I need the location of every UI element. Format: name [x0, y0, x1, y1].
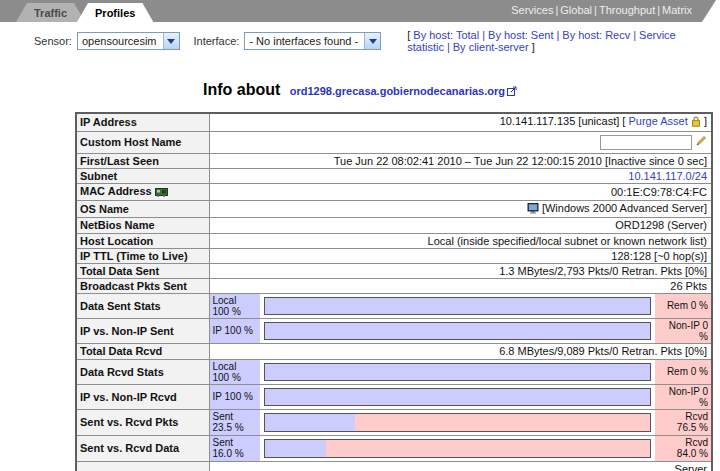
host-location-label: Host Location	[76, 233, 209, 248]
row-ip-address: IP Address 10.141.117.135 [unicast] [ Pu…	[76, 113, 712, 131]
tab-profiles-label: Profiles	[95, 7, 135, 19]
bar-track	[264, 413, 652, 432]
sent-vs-rcvd-pkts-bar: Sent 23.5 % Rcvd 76.5 %	[209, 409, 712, 435]
row-broadcast-pkts-sent: Broadcast Pkts Sent 26 Pkts	[76, 278, 712, 293]
bar-fill-ip	[265, 323, 651, 339]
row-first-last-seen: First/Last Seen Tue Jun 22 08:02:41 2010…	[76, 153, 712, 168]
row-sent-vs-rcvd-data: Sent vs. Rcvd Data Sent 16.0 % Rcvd 84.0…	[76, 435, 712, 461]
row-ip-vs-nonip-sent: IP vs. Non-IP Sent IP 100 % Non-IP 0 %	[76, 318, 712, 343]
top-nav-links: Services|Global|Throughput|Matrix	[509, 4, 694, 16]
bar-fill-ip	[265, 389, 651, 405]
nav-link-global[interactable]: Global	[560, 4, 592, 16]
ip-vs-nonip-sent-bar: IP 100 % Non-IP 0 %	[209, 318, 712, 343]
pencil-icon[interactable]	[695, 135, 707, 149]
subnet-value: 10.141.117.0/24	[209, 168, 712, 183]
link-by-host-recv[interactable]: By host: Recv	[562, 29, 630, 41]
nav-link-throughput[interactable]: Throughput	[599, 4, 655, 16]
ip-ttl-value: 128:128 [~0 hop(s)]	[209, 248, 712, 263]
ip-vs-nonip-rcvd-label: IP vs. Non-IP Rcvd	[76, 384, 209, 409]
subnet-link[interactable]: 10.141.117.0/24	[628, 170, 707, 182]
row-total-data-rcvd: Total Data Rcvd 6.8 MBytes/9,089 Pkts/0 …	[76, 343, 712, 359]
nav-link-matrix[interactable]: Matrix	[662, 4, 692, 16]
os-name-value: [Windows 2000 Advanced Server]	[209, 200, 712, 217]
interface-select[interactable]: - No interfaces found -	[244, 32, 381, 50]
row-subnet: Subnet 10.141.117.0/24	[76, 168, 712, 183]
bar-fill-rcvd	[355, 414, 650, 431]
mac-address-label-text: MAC Address	[80, 185, 152, 197]
bar-track	[264, 439, 652, 458]
bar-track	[264, 322, 652, 340]
bracket-open: [	[622, 115, 625, 127]
external-link-icon[interactable]	[507, 82, 517, 100]
top-tab-bar: Traffic Profiles Services|Global|Through…	[0, 0, 720, 22]
mac-address-label: MAC Address	[76, 183, 209, 200]
tab-traffic-label: Traffic	[34, 7, 67, 19]
link-separator: |	[482, 29, 485, 41]
data-sent-stats-label: Data Sent Stats	[76, 293, 209, 318]
ip-address-label: IP Address	[76, 113, 209, 131]
host-type-value: Server Master Browser HTTP Server	[209, 461, 712, 471]
windows-os-icon	[527, 203, 539, 216]
row-ip-vs-nonip-rcvd: IP vs. Non-IP Rcvd IP 100 % Non-IP 0 %	[76, 384, 712, 409]
row-host-location: Host Location Local (inside specified/lo…	[76, 233, 712, 248]
host-type-server: Server	[214, 463, 708, 471]
custom-host-name-label: Custom Host Name	[76, 131, 209, 153]
bracket-close: ]	[532, 41, 535, 53]
tab-profiles[interactable]: Profiles	[77, 3, 153, 22]
ip-ttl-label: IP TTL (Time to Live)	[76, 248, 209, 263]
title-prefix: Info about	[203, 81, 280, 98]
subnet-label: Subnet	[76, 168, 209, 183]
total-data-sent-label: Total Data Sent	[76, 263, 209, 278]
toolbar: Sensor: opensourcesim Interface: - No in…	[0, 22, 720, 59]
bar-cap-ip: IP 100 %	[210, 385, 260, 409]
bar-cap-sent: Sent 16.0 %	[210, 436, 260, 461]
row-total-data-sent: Total Data Sent 1.3 MBytes/2,793 Pkts/0 …	[76, 263, 712, 278]
tab-traffic[interactable]: Traffic	[16, 3, 85, 22]
ip-vs-nonip-sent-label: IP vs. Non-IP Sent	[76, 318, 209, 343]
row-os-name: OS Name [Windows 2000 Advanced Server]	[76, 200, 712, 217]
ip-vs-nonip-rcvd-bar: IP 100 % Non-IP 0 %	[209, 384, 712, 409]
bar-cap-local: Local 100 %	[210, 294, 260, 318]
chevron-down-icon[interactable]	[364, 33, 380, 49]
network-card-icon	[155, 187, 168, 199]
sensor-select[interactable]: opensourcesim	[77, 32, 180, 50]
broadcast-pkts-sent-label: Broadcast Pkts Sent	[76, 278, 209, 293]
interface-select-value: - No interfaces found -	[245, 35, 364, 47]
row-data-rcvd-stats: Data Rcvd Stats Local 100 % Rem 0 %	[76, 359, 712, 384]
title-hostname-link[interactable]: ord1298.grecasa.gobiernodecanarias.org	[290, 85, 505, 97]
custom-host-name-input[interactable]	[600, 135, 692, 150]
nav-link-services[interactable]: Services	[511, 4, 553, 16]
bar-track	[264, 297, 652, 315]
nav-separator: |	[657, 4, 660, 16]
bar-fill-rcvd	[326, 440, 650, 457]
bar-cap-local: Local 100 %	[210, 360, 260, 384]
row-sent-vs-rcvd-pkts: Sent vs. Rcvd Pkts Sent 23.5 % Rcvd 76.5…	[76, 409, 712, 435]
bar-cap-remote: Rem 0 %	[655, 294, 711, 318]
lock-icon[interactable]	[691, 116, 701, 129]
chevron-down-icon[interactable]	[163, 33, 179, 49]
link-by-client-server[interactable]: By client-server	[453, 41, 529, 53]
bar-cap-ip: IP 100 %	[210, 319, 260, 343]
nav-separator: |	[594, 4, 597, 16]
bar-fill-local	[265, 364, 651, 380]
bar-cap-nonip: Non-IP 0 %	[655, 319, 711, 343]
bar-track	[264, 363, 652, 381]
ip-address-value: 10.141.117.135 [unicast] [ Purge Asset ]	[209, 113, 712, 131]
netbios-name-label: NetBios Name	[76, 217, 209, 233]
interface-label: Interface:	[194, 35, 240, 47]
link-by-host-total[interactable]: By host: Total	[413, 29, 479, 41]
link-separator: |	[556, 29, 559, 41]
link-separator: |	[447, 41, 450, 53]
link-by-host-sent[interactable]: By host: Sent	[488, 29, 553, 41]
bar-track	[264, 388, 652, 406]
data-rcvd-stats-label: Data Rcvd Stats	[76, 359, 209, 384]
first-last-seen-label: First/Last Seen	[76, 153, 209, 168]
netbios-name-value: ORD1298 (Server)	[209, 217, 712, 233]
host-view-links: [ By host: Total|By host: Sent|By host: …	[407, 29, 720, 53]
bar-fill-sent	[265, 414, 356, 431]
purge-asset-link[interactable]: Purge Asset	[628, 115, 687, 127]
sensor-label: Sensor:	[34, 35, 72, 47]
host-location-value: Local (inside specified/local subnet or …	[209, 233, 712, 248]
bar-cap-rcvd: Rcvd 76.5 %	[655, 410, 711, 435]
bar-cap-sent: Sent 23.5 %	[210, 410, 260, 435]
